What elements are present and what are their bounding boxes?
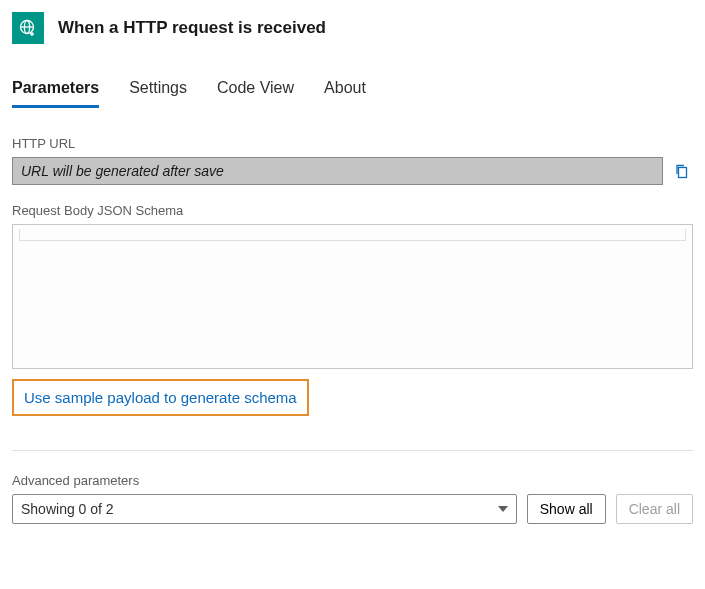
advanced-select[interactable]: Showing 0 of 2 <box>12 494 517 524</box>
advanced-row: Showing 0 of 2 Show all Clear all <box>12 494 693 524</box>
use-sample-payload-link[interactable]: Use sample payload to generate schema <box>24 389 297 406</box>
tab-bar: Parameters Settings Code View About <box>12 79 693 108</box>
show-all-button[interactable]: Show all <box>527 494 606 524</box>
schema-textarea[interactable] <box>12 224 693 369</box>
http-url-row: URL will be generated after save <box>12 157 693 185</box>
panel-title: When a HTTP request is received <box>58 18 326 38</box>
http-url-field: URL will be generated after save <box>12 157 663 185</box>
clear-all-button: Clear all <box>616 494 693 524</box>
svg-rect-3 <box>679 168 687 178</box>
copy-url-button[interactable] <box>671 160 693 182</box>
section-divider <box>12 450 693 451</box>
tab-settings[interactable]: Settings <box>129 79 187 108</box>
tab-about[interactable]: About <box>324 79 366 108</box>
http-trigger-icon <box>12 12 44 44</box>
http-url-label: HTTP URL <box>12 136 693 151</box>
schema-label: Request Body JSON Schema <box>12 203 693 218</box>
advanced-select-text: Showing 0 of 2 <box>21 501 114 517</box>
sample-payload-highlight: Use sample payload to generate schema <box>12 379 309 416</box>
advanced-label: Advanced parameters <box>12 473 693 488</box>
panel-header: When a HTTP request is received <box>12 12 693 44</box>
tab-parameters[interactable]: Parameters <box>12 79 99 108</box>
schema-inner-line <box>19 229 686 241</box>
tab-code-view[interactable]: Code View <box>217 79 294 108</box>
chevron-down-icon <box>498 506 508 512</box>
